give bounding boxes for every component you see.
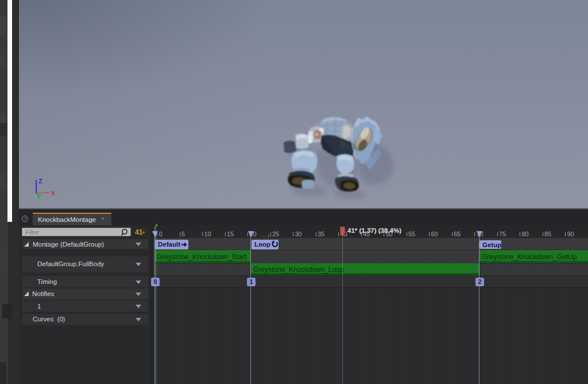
svg-text:Z: Z — [38, 178, 42, 185]
svg-text:X: X — [51, 190, 55, 197]
